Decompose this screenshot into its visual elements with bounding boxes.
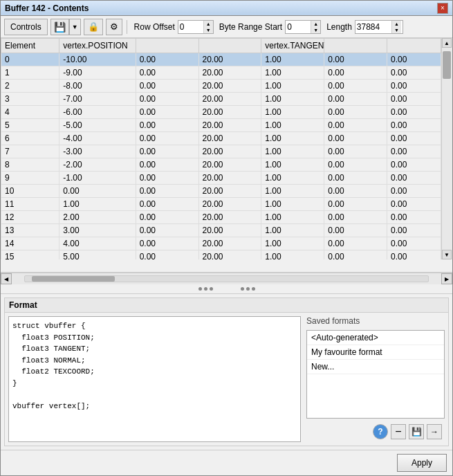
byte-range-arrows: ▲ ▼	[311, 21, 320, 33]
table-row[interactable]: 8-2.000.0020.001.000.000.00	[1, 158, 441, 172]
col-header-position: vertex.POSITION	[59, 39, 136, 53]
table-cell: 1.00	[261, 224, 324, 237]
table-cell: 0.00	[136, 211, 198, 224]
table-row[interactable]: 7-3.000.0020.001.000.000.00	[1, 145, 441, 158]
table-row[interactable]: 2-8.000.0020.001.000.000.00	[1, 80, 441, 93]
table-row[interactable]: 9-1.000.0020.001.000.000.00	[1, 172, 441, 185]
table-cell: 0.00	[324, 250, 387, 260]
table-cell: 10	[1, 185, 59, 198]
table-cell: 0.00	[324, 132, 387, 145]
save-button[interactable]: 💾	[50, 19, 69, 35]
table-cell: 0.00	[324, 211, 387, 224]
vertical-scrollbar[interactable]: ▲ ▼	[441, 38, 452, 259]
scroll-down-button[interactable]: ▼	[442, 250, 452, 259]
table-row[interactable]: 122.000.0020.001.000.000.00	[1, 211, 441, 224]
remove-format-button[interactable]: −	[391, 424, 406, 439]
scroll-right-button[interactable]: ▶	[441, 273, 452, 284]
table-row[interactable]: 5-5.000.0020.001.000.000.00	[1, 119, 441, 132]
table-row[interactable]: 144.000.0020.001.000.000.00	[1, 237, 441, 250]
table-cell: 1.00	[261, 93, 324, 106]
table-row[interactable]: 1-9.000.0020.001.000.000.00	[1, 66, 441, 80]
window-title: Buffer 142 - Contents	[5, 3, 89, 13]
table-row[interactable]: 0-10.000.0020.001.000.000.00	[1, 53, 441, 66]
apply-button[interactable]: Apply	[397, 454, 447, 472]
scroll-up-button[interactable]: ▲	[442, 38, 452, 48]
byte-range-spinner[interactable]: ▲ ▼	[285, 20, 321, 34]
table-cell: 0.00	[387, 106, 441, 119]
close-button[interactable]: ×	[437, 3, 448, 14]
saved-formats-list[interactable]: <Auto-generated>My favourite formatNew..…	[306, 330, 445, 419]
table-cell: 0.00	[324, 53, 387, 66]
table-cell: -4.00	[59, 132, 136, 145]
table-cell: 20.00	[198, 250, 261, 260]
saved-format-item[interactable]: <Auto-generated>	[307, 331, 444, 345]
length-up[interactable]: ▲	[392, 21, 401, 27]
length-arrows: ▲ ▼	[391, 21, 401, 33]
table-cell: 0.00	[324, 145, 387, 158]
table-cell: 9	[1, 172, 59, 185]
scroll-thumb[interactable]	[443, 51, 451, 79]
help-button[interactable]: ?	[373, 424, 388, 439]
table-cell: -6.00	[59, 106, 136, 119]
table-scroll[interactable]: Element vertex.POSITION vertex.TANGENT 0…	[1, 38, 441, 259]
col-header-tangent: vertex.TANGENT	[261, 39, 324, 53]
byte-range-up[interactable]: ▲	[311, 21, 320, 27]
row-offset-input[interactable]	[178, 21, 203, 33]
table-cell: 0.00	[387, 158, 441, 172]
table-cell: 20.00	[198, 80, 261, 93]
saved-format-item[interactable]: New...	[307, 360, 444, 374]
title-bar: Buffer 142 - Contents ×	[1, 1, 452, 16]
table-cell: 3.00	[59, 224, 136, 237]
settings-button[interactable]: ⚙	[106, 19, 122, 35]
table-cell: 20.00	[198, 211, 261, 224]
table-row[interactable]: 6-4.000.0020.001.000.000.00	[1, 132, 441, 145]
table-row[interactable]: 111.000.0020.001.000.000.00	[1, 198, 441, 211]
table-row[interactable]: 155.000.0020.001.000.000.00	[1, 250, 441, 260]
table-cell: 0.00	[136, 224, 198, 237]
controls-button[interactable]: Controls	[4, 19, 48, 35]
row-offset-down[interactable]: ▼	[204, 27, 213, 33]
byte-range-input[interactable]	[286, 21, 311, 33]
horizontal-scrollbar-area: ◀ ▶	[1, 273, 452, 284]
table-cell: 0.00	[136, 132, 198, 145]
byte-range-down[interactable]: ▼	[311, 27, 320, 33]
table-cell: 1.00	[261, 250, 324, 260]
dot-4	[241, 287, 244, 291]
table-cell: 1.00	[261, 132, 324, 145]
horizontal-scrollbar[interactable]	[24, 275, 429, 282]
table-cell: 0.00	[136, 66, 198, 80]
toolbar: Controls 💾 ▼ 🔒 ⚙ Row Offset ▲ ▼ Byte Ran…	[1, 16, 452, 38]
table-cell: 5	[1, 119, 59, 132]
scroll-indicator	[1, 284, 452, 293]
length-down[interactable]: ▼	[392, 27, 401, 33]
table-row[interactable]: 133.000.0020.001.000.000.00	[1, 224, 441, 237]
table-cell: 0.00	[387, 172, 441, 185]
saved-format-item[interactable]: My favourite format	[307, 345, 444, 360]
code-editor[interactable]: struct vbuffer { float3 POSITION; float3…	[8, 316, 301, 442]
table-cell: 20.00	[198, 237, 261, 250]
save-dropdown-button[interactable]: ▼	[69, 19, 81, 35]
table-cell: 0.00	[136, 119, 198, 132]
table-cell: 0.00	[324, 158, 387, 172]
table-cell: 14	[1, 237, 59, 250]
lock-button[interactable]: 🔒	[84, 19, 103, 35]
format-title: Format	[5, 298, 448, 313]
save-format-button[interactable]: 💾	[409, 424, 424, 439]
length-input[interactable]	[355, 21, 391, 33]
table-row[interactable]: 4-6.000.0020.001.000.000.00	[1, 106, 441, 119]
data-table: Element vertex.POSITION vertex.TANGENT 0…	[1, 38, 441, 259]
h-scroll-thumb[interactable]	[32, 276, 115, 282]
row-offset-spinner[interactable]: ▲ ▼	[178, 20, 214, 34]
table-row[interactable]: 3-7.000.0020.001.000.000.00	[1, 93, 441, 106]
col-header-tan-y	[324, 39, 387, 53]
table-cell: 15	[1, 250, 59, 260]
table-row[interactable]: 100.000.0020.001.000.000.00	[1, 185, 441, 198]
table-cell: 20.00	[198, 224, 261, 237]
table-cell: 0.00	[324, 106, 387, 119]
row-offset-up[interactable]: ▲	[204, 21, 213, 27]
length-spinner[interactable]: ▲ ▼	[355, 20, 403, 34]
export-format-button[interactable]: →	[427, 424, 442, 439]
scroll-left-button[interactable]: ◀	[1, 273, 12, 284]
dot-6	[252, 287, 255, 291]
table-cell: 1.00	[261, 53, 324, 66]
